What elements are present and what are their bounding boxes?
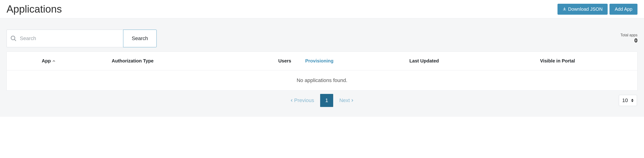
pagination-current-page[interactable]: 1	[320, 94, 333, 107]
content-area: Search Total apps 0 App Authorization Ty…	[0, 18, 644, 117]
search-button[interactable]: Search	[123, 30, 157, 47]
column-app-label: App	[42, 58, 51, 64]
total-apps: Total apps 0	[620, 33, 638, 44]
stepper-arrows-icon	[631, 98, 634, 102]
download-json-button[interactable]: Download JSON	[558, 4, 608, 15]
pagination-previous-label: Previous	[294, 98, 314, 104]
column-header-app[interactable]: App	[7, 58, 70, 64]
pagination-next[interactable]: Next	[339, 98, 354, 104]
download-json-label: Download JSON	[568, 6, 603, 12]
pagination-previous[interactable]: Previous	[290, 98, 314, 104]
add-app-button[interactable]: Add App	[610, 4, 638, 15]
applications-table: App Authorization Type Users Provisionin…	[6, 52, 638, 91]
toolbar-row: Search Total apps 0	[6, 30, 638, 47]
chevron-left-icon	[290, 98, 293, 104]
column-header-authorization-type[interactable]: Authorization Type	[70, 58, 179, 64]
header-actions: Download JSON Add App	[558, 4, 638, 15]
svg-point-0	[11, 36, 15, 40]
search-wrapper	[6, 30, 123, 47]
pagination: Previous 1 Next	[290, 94, 354, 107]
svg-line-1	[14, 40, 16, 41]
total-apps-label: Total apps	[620, 33, 638, 37]
column-header-provisioning[interactable]: Provisioning	[305, 58, 370, 64]
search-input[interactable]	[6, 30, 123, 47]
table-footer: Previous 1 Next 10	[6, 91, 638, 110]
total-apps-count: 0	[620, 37, 638, 44]
download-icon	[563, 7, 566, 11]
column-header-last-updated[interactable]: Last Updated	[370, 58, 478, 64]
page-header: Applications Download JSON Add App	[0, 0, 644, 18]
add-app-label: Add App	[614, 6, 632, 12]
pagination-next-label: Next	[339, 98, 350, 104]
chevron-right-icon	[351, 98, 354, 104]
page-size-value: 10	[622, 98, 628, 104]
empty-state-message: No applications found.	[7, 70, 637, 90]
search-icon	[10, 35, 17, 42]
column-header-visible-in-portal[interactable]: Visible in Portal	[478, 58, 637, 64]
table-header-row: App Authorization Type Users Provisionin…	[7, 52, 637, 70]
column-header-users[interactable]: Users	[179, 58, 305, 64]
search-group: Search	[6, 30, 157, 47]
page-size-selector[interactable]: 10	[619, 95, 637, 106]
page-title: Applications	[6, 3, 62, 15]
sort-ascending-icon	[52, 60, 56, 63]
